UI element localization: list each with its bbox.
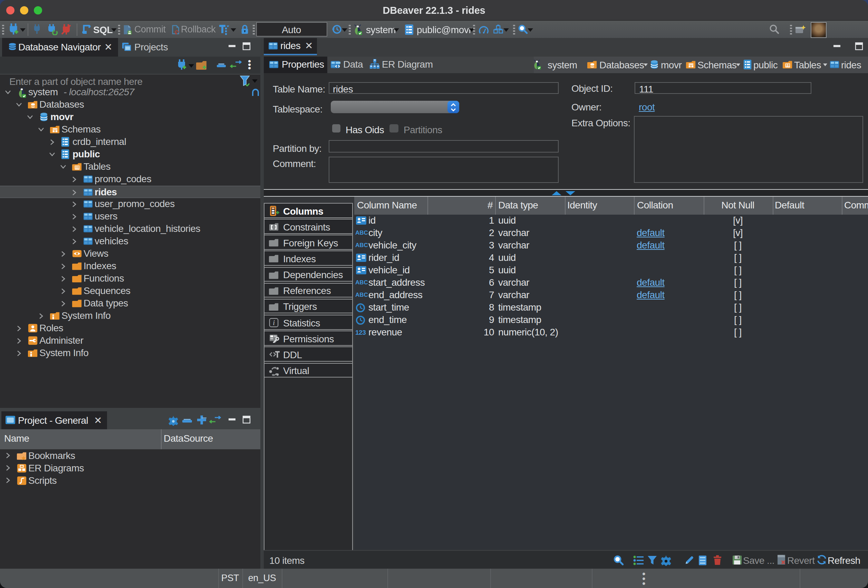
svg-text:i: i xyxy=(273,319,275,326)
